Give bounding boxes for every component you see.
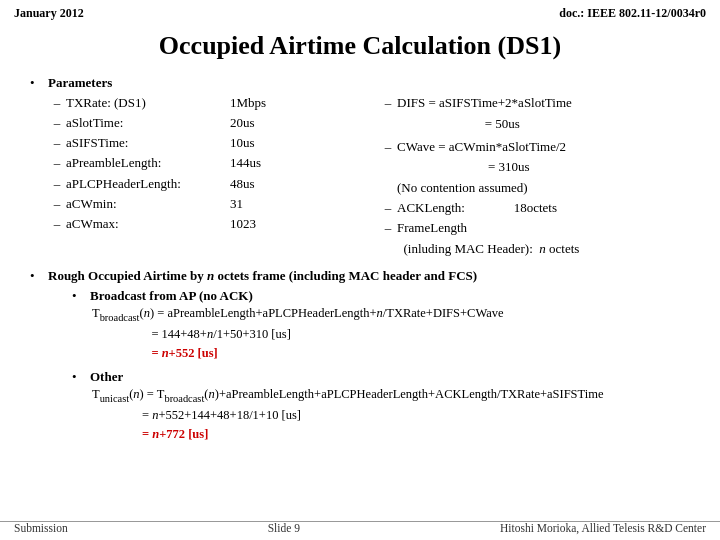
contention-note: (No contention assumed) — [397, 178, 690, 198]
param-row: – aCWmin: 31 — [48, 194, 359, 214]
param-row: – aCWmax: 1023 — [48, 214, 359, 234]
doc-id: doc.: IEEE 802.11-12/0034r0 — [559, 6, 706, 21]
param-row: – TXRate: (DS1) 1Mbps — [48, 93, 359, 113]
right-param-row: – DIFS = aSIFSTime+2*aSlotTime = 50us — [379, 93, 690, 135]
right-param-row: – ACKLength: 18octets — [379, 198, 690, 219]
broadcast-formula-3: = n+552 [us] — [92, 344, 690, 363]
other-title: Other — [90, 369, 690, 385]
bullet-2: • — [30, 268, 48, 284]
param-row: – aSIFSTime: 10us — [48, 133, 359, 153]
page-title: Occupied Airtime Calculation (DS1) — [0, 23, 720, 75]
bullet-1: • — [30, 75, 48, 91]
param-row: – aSlotTime: 20us — [48, 113, 359, 133]
other-formula-2: = n+552+144+48+18/1+10 [us] — [92, 406, 690, 425]
sub-bullet-1: • — [72, 288, 90, 304]
footer-submission: Submission — [14, 522, 68, 534]
footer-slide: Slide 9 — [268, 522, 300, 534]
doc-date: January 2012 — [14, 6, 84, 21]
broadcast-formula-2: = 144+48+n/1+50+310 [us] — [92, 325, 690, 344]
sub-bullet-2: • — [72, 369, 90, 385]
params-header: Parameters — [48, 75, 690, 91]
param-row: – aPreambleLength: 144us — [48, 153, 359, 173]
right-param-row: – CWave = aCWmin*aSlotTime/2 = 310us — [379, 137, 690, 179]
footer-author: Hitoshi Morioka, Allied Telesis R&D Cent… — [500, 522, 706, 534]
other-formula-1: Tunicast(n) = Tbroadcast(n)+aPreambleLen… — [92, 385, 690, 406]
right-param-row: – FrameLength (inluding MAC Header): n o… — [379, 218, 690, 260]
section2-header: Rough Occupied Airtime by n octets frame… — [48, 268, 690, 284]
broadcast-title: Broadcast from AP (no ACK) — [90, 288, 690, 304]
broadcast-formula-1: Tbroadcast(n) = aPreambleLength+aPLCPHea… — [92, 304, 690, 325]
other-formula-3: = n+772 [us] — [92, 425, 690, 444]
param-row: – aPLCPHeaderLength: 48us — [48, 174, 359, 194]
